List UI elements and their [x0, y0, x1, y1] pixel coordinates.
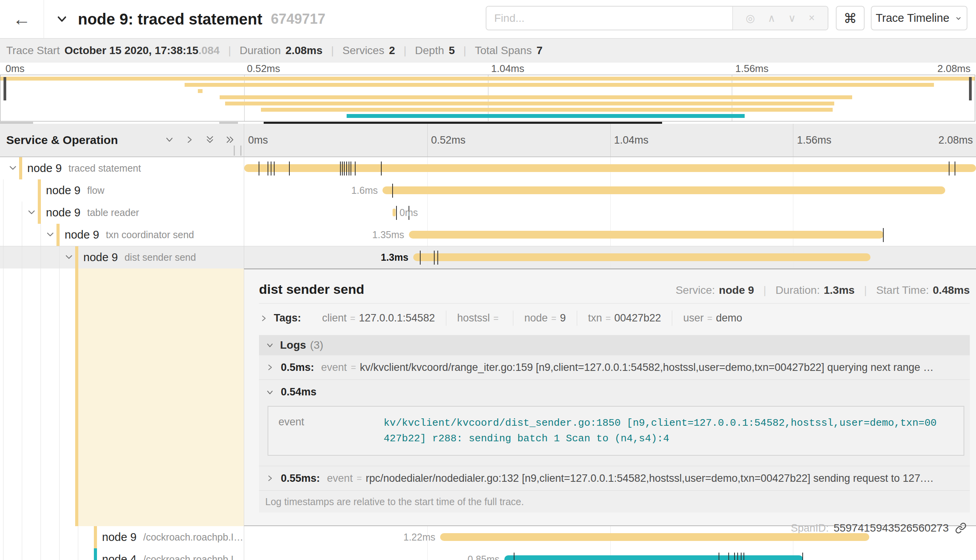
tag-key: client	[322, 312, 347, 324]
log-value: kv/kvclient/kvcoord/range_iter.go:159 [n…	[360, 362, 970, 374]
span-row[interactable]: node 4/cockroach.roachpb.I…0.85ms	[0, 548, 976, 560]
operation-name: dist sender send	[125, 252, 196, 263]
equals-sign: =	[350, 313, 355, 324]
tag-key: node	[524, 312, 548, 324]
span-duration-bar[interactable]	[382, 186, 945, 194]
span-row[interactable]: node 9traced statement	[0, 157, 976, 179]
log-entry-row-expanded[interactable]: 0.54mseventkv/kvclient/kvcoord/dist_send…	[259, 379, 970, 466]
log-entry-row[interactable]: 0.55ms:event=rpc/nodedialer/nodedialer.g…	[259, 466, 970, 490]
summary-label: Duration	[240, 44, 281, 57]
span-name-cell: node 9dist sender send	[0, 246, 244, 269]
service-operation-title: Service & Operation	[6, 124, 118, 156]
column-resize-handle[interactable]	[234, 146, 241, 156]
tree-guide-line	[3, 526, 4, 548]
span-row[interactable]: node 9dist sender send1.3ms	[0, 246, 976, 269]
log-key: event	[321, 362, 347, 374]
meta-value: 0.48ms	[933, 284, 970, 297]
close-icon[interactable]: ×	[809, 12, 815, 24]
span-name-cell: node 9traced statement	[0, 157, 244, 179]
find-input[interactable]	[486, 7, 732, 30]
meta-separator: |	[763, 284, 766, 297]
collapse-all-icon[interactable]	[204, 134, 216, 146]
expand-all-icon[interactable]	[224, 134, 236, 146]
collapse-chevron-icon[interactable]	[64, 252, 74, 262]
tree-guide-line	[3, 246, 4, 269]
tag-value: 9	[560, 312, 566, 324]
minimap-left-scrubber[interactable]	[4, 77, 6, 100]
duration-label: 1.6ms	[351, 179, 378, 202]
keyboard-shortcuts-button[interactable]: ⌘	[836, 6, 865, 30]
expand-one-icon[interactable]	[184, 134, 196, 146]
logs-header[interactable]: Logs (3)	[259, 335, 970, 355]
span-timeline-cell: 0.85ms	[244, 548, 976, 560]
span-row[interactable]: node 9txn coordinator send1.35ms	[0, 224, 976, 246]
equals-sign: =	[606, 313, 611, 324]
service-name: node 9	[102, 531, 137, 544]
span-row[interactable]: node 9flow1.6ms	[0, 179, 976, 202]
duration-label: 1.35ms	[372, 224, 404, 246]
tag-item: node=9	[513, 311, 577, 326]
meta-label: Start Time:	[876, 284, 929, 297]
summary-label: Depth	[415, 44, 444, 57]
detail-divider	[259, 303, 970, 304]
log-key: event	[268, 407, 368, 455]
collapse-chevron-icon[interactable]	[45, 230, 55, 240]
log-marker-tick	[351, 162, 351, 176]
log-entry-row[interactable]: 0.5ms:event=kv/kvclient/kvcoord/range_it…	[259, 355, 970, 379]
tree-guide-line	[22, 269, 22, 526]
span-duration-bar[interactable]	[409, 231, 884, 239]
span-duration-bar[interactable]	[413, 253, 870, 261]
span-duration-bar[interactable]	[393, 209, 396, 216]
detail-left-column	[0, 269, 244, 526]
collapse-chevron-icon[interactable]	[8, 163, 18, 173]
duration-label: 1.3ms	[381, 246, 409, 269]
span-timeline-cell: 1.6ms	[244, 179, 976, 202]
span-duration-bar[interactable]	[504, 555, 803, 560]
tags-row[interactable]: Tags: client=127.0.0.1:54582hostssl=node…	[259, 311, 970, 326]
minimap-right-scrubber[interactable]	[969, 77, 972, 100]
span-duration-bar[interactable]	[440, 533, 869, 541]
minimap-tick-label: 0ms	[5, 63, 25, 75]
service-name: node 9	[65, 228, 99, 241]
summary-label: Trace Start	[6, 44, 60, 57]
chevron-down-icon[interactable]: ∨	[788, 12, 796, 25]
tree-guide-line	[78, 526, 78, 548]
span-row[interactable]: node 9/cockroach.roachpb.I…1.22ms	[0, 526, 976, 548]
log-value: rpc/nodedialer/nodedialer.go:132 [n9,cli…	[366, 472, 970, 485]
log-marker-tick	[728, 553, 729, 560]
log-value-mono: kv/kvclient/kvcoord/dist_sender.go:1850 …	[368, 407, 948, 455]
span-row[interactable]: node 9table reader0ms	[0, 202, 976, 224]
duration-label: 0.85ms	[468, 548, 500, 560]
span-name-cell: node 9table reader	[0, 202, 244, 224]
tag-key: user	[683, 312, 704, 324]
collapse-chevron-icon[interactable]	[26, 207, 37, 218]
tag-key: hostssl	[457, 312, 490, 324]
logs-section: Logs (3) 0.5ms:event=kv/kvclient/kvcoord…	[259, 335, 970, 513]
log-marker-tick	[737, 553, 738, 560]
logs-label: Logs	[280, 339, 306, 351]
summary-label: Total Spans	[475, 44, 532, 57]
span-color-bar	[38, 202, 41, 224]
timeline-grid-header: Service & Operation 0ms0.52ms1.04ms1.56m…	[0, 124, 976, 157]
span-duration-bar[interactable]	[244, 164, 976, 172]
log-marker-tick	[346, 162, 347, 176]
log-marker-tick	[437, 251, 438, 265]
view-selector-label: Trace Timeline	[876, 12, 949, 25]
back-button[interactable]: ←	[0, 0, 44, 38]
ruler-gridline	[610, 124, 611, 156]
collapse-all-chevron-icon[interactable]	[55, 12, 69, 26]
timeline-minimap[interactable]	[0, 75, 975, 121]
tree-guide-line	[59, 246, 60, 269]
target-icon[interactable]: ◎	[746, 12, 755, 25]
log-marker-tick	[949, 162, 950, 176]
log-timestamp: 0.55ms:	[281, 472, 320, 485]
tree-guide-line	[3, 179, 4, 202]
tag-value: 00427b22	[614, 312, 661, 324]
summary-label: Services	[342, 44, 384, 57]
view-selector-button[interactable]: Trace Timeline	[871, 6, 967, 30]
minimap-tick-label: 1.04ms	[491, 63, 524, 75]
collapse-one-icon[interactable]	[164, 134, 175, 146]
chevron-up-icon[interactable]: ∧	[768, 12, 775, 25]
log-marker-tick	[434, 251, 435, 265]
tree-guide-line	[59, 526, 60, 548]
